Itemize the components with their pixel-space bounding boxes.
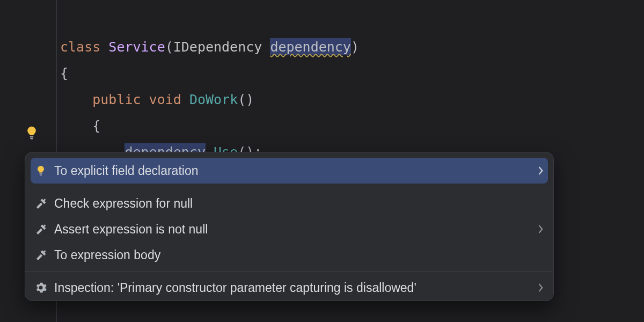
menu-item-to-explicit-field[interactable]: To explicit field declaration [31,158,548,184]
lightbulb-icon[interactable] [24,125,40,141]
intention-menu: To explicit field declaration Check expr… [25,152,553,301]
menu-separator [25,271,553,272]
type-name: Service [108,39,165,55]
parameter-name[interactable]: dependency [270,38,351,55]
bulb-icon [33,164,49,177]
keyword-class: class [60,39,100,55]
hammer-icon [33,197,49,210]
hammer-icon [33,248,49,261]
menu-item-label: Check expression for null [54,196,193,211]
code-line-1: class Service(IDependency dependency) [60,38,359,55]
menu-item-check-null[interactable]: Check expression for null [25,191,553,216]
intention-popup[interactable]: To explicit field declaration Check expr… [25,152,554,301]
method-name: DoWork [189,92,238,107]
hammer-icon [33,223,49,236]
menu-item-assert-not-null[interactable]: Assert expression is not null [25,216,553,242]
code-line-3: public void DoWork() [60,92,254,107]
keyword-public: public [92,92,141,107]
menu-item-to-expression-body[interactable]: To expression body [25,242,553,268]
menu-separator [25,187,553,187]
chevron-right-icon [538,222,544,237]
chevron-right-icon [538,164,544,178]
code-area: class Service(IDependency dependency) { … [60,8,644,165]
code-line-2: { [60,65,68,81]
menu-item-label: Inspection: 'Primary constructor paramet… [54,281,416,295]
menu-item-label: To explicit field declaration [54,164,198,178]
chevron-right-icon [538,281,544,295]
menu-item-label: To expression body [54,248,160,262]
menu-item-inspection[interactable]: Inspection: 'Primary constructor paramet… [25,275,553,301]
code-line-4: { [60,118,100,134]
interface-name: IDependency [173,39,262,55]
gear-icon [33,281,49,294]
menu-item-label: Assert expression is not null [54,222,208,237]
keyword-void: void [149,92,181,107]
